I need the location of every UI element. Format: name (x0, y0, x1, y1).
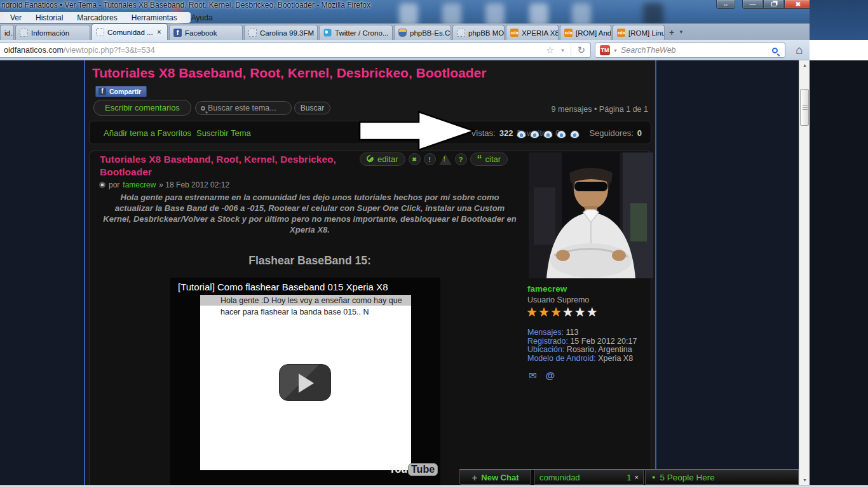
eye-icon (557, 130, 566, 139)
searchtheweb-icon[interactable]: TM (600, 45, 610, 55)
bookmark-star-icon[interactable]: ☆ (546, 44, 554, 56)
tab-phpbb-mod[interactable]: phpBB MOD » ... (452, 25, 505, 40)
tab-facebook[interactable]: f Facebook (169, 25, 243, 40)
facebook-share-button[interactable]: f Compartir (95, 86, 147, 97)
youtube-logo-you: You (389, 464, 407, 475)
chat-room-name: comunidad (539, 473, 580, 482)
warn-post-button[interactable]: ! (439, 154, 452, 165)
views-value: 322 (499, 128, 513, 138)
tab-informacion[interactable]: Información (15, 25, 90, 40)
taskbar-edge (0, 485, 868, 488)
menu-historial[interactable]: Historial (36, 13, 63, 22)
menu-marcadores[interactable]: Marcadores (77, 13, 117, 22)
search-icon (201, 106, 205, 111)
chat-close-icon[interactable]: × (635, 473, 639, 481)
tab-twitter[interactable]: Twitter / Crono... (319, 25, 393, 40)
star-icon: ★ (550, 305, 562, 319)
post-bullet-icon[interactable] (99, 182, 105, 188)
profile-rank: Usuario Supremo (527, 295, 589, 304)
page-viewport: Tutoriales X8 Baseband, Root, Kernel, De… (0, 60, 868, 485)
xda-icon: xda (617, 29, 625, 37)
edit-button[interactable]: editar (360, 152, 405, 166)
window-minimize-button[interactable]: — (742, 0, 763, 9)
subscribe-link[interactable]: Suscribir Tema (196, 128, 251, 138)
new-chat-button[interactable]: + New Chat (459, 470, 531, 485)
contact-icons: ✉ @ (529, 370, 555, 381)
search-submit-button[interactable]: Buscar (294, 102, 330, 114)
search-engine-dropdown-icon[interactable]: ▼ (613, 48, 618, 53)
menu-ver[interactable]: Ver (10, 13, 22, 22)
scrollbar-thumb[interactable] (800, 89, 809, 126)
window-restore-button[interactable] (763, 0, 784, 9)
twitter-icon (323, 29, 332, 37)
play-button[interactable] (279, 364, 331, 401)
search-icon[interactable] (772, 48, 778, 53)
star-icon: ★ (562, 305, 574, 319)
tab-partial[interactable]: id... (0, 25, 14, 40)
plus-icon: + (472, 472, 478, 483)
facebook-icon: f (98, 88, 106, 95)
section-heading: Flashear BaseBand 15: (102, 254, 518, 268)
new-tab-button[interactable]: + (666, 27, 677, 38)
chat-people-indicator[interactable]: ● 5 People Here (645, 470, 799, 485)
placeholder-favicon (248, 29, 257, 37)
topic-search-input[interactable] (208, 104, 278, 112)
thumbnail-text: Hola gente :D Hoy les voy a enseñar como… (200, 295, 411, 306)
url-bar[interactable]: oidfanaticos.com/viewtopic.php?f=3&t=534… (0, 43, 591, 58)
menu-herramientas[interactable]: Herramientas (132, 13, 177, 22)
topic-links: Añadir tema a Favoritos Suscribir Tema (104, 121, 251, 145)
resize-icon: ⇔ (722, 1, 729, 8)
xda-icon: xda (510, 29, 519, 37)
profile-username[interactable]: famecrew (527, 284, 567, 294)
report-post-button[interactable]: ! (424, 153, 436, 165)
scroll-up-icon[interactable]: ▲ (799, 60, 810, 70)
window-resize-button[interactable]: ⇔ (716, 0, 735, 9)
website-at-icon[interactable]: @ (546, 370, 555, 381)
scroll-down-icon[interactable]: ▼ (799, 475, 810, 485)
scrollbar[interactable]: ▲ ▼ (799, 60, 810, 485)
tab-rom-android[interactable]: xda [ROM] Android... (560, 25, 611, 40)
delete-post-button[interactable]: ✖ (409, 153, 421, 165)
play-icon (299, 374, 314, 393)
field-label: Mensajes: (527, 328, 564, 337)
topic-title: Tutoriales X8 Baseband, Root, Kernel, De… (92, 65, 486, 81)
favorites-stat: Favoritos: 0 (517, 127, 585, 140)
minimize-icon: — (750, 1, 756, 8)
tab-phpbb-es[interactable]: phpBB-Es.COM... (394, 25, 451, 40)
video-title[interactable]: [Tutorial] Como flashear Baseband 015 Xp… (178, 281, 388, 292)
window-close-button[interactable]: ✖ (784, 0, 810, 9)
avatar (529, 152, 653, 278)
youtube-embed[interactable]: [Tutorial] Como flashear Baseband 015 Xp… (170, 278, 440, 485)
placeholder-favicon (457, 29, 465, 37)
close-icon: ✖ (796, 1, 801, 8)
tab-carolina[interactable]: Carolina 99.3FM (244, 25, 318, 40)
youtube-logo: You Tube (389, 463, 438, 476)
tab-close-icon[interactable]: × (158, 29, 161, 36)
add-favorites-link[interactable]: Añadir tema a Favoritos (104, 128, 191, 138)
write-comments-button[interactable]: Escribir comentarios (93, 100, 191, 116)
post-title[interactable]: Tutoriales X8 Baseband, Root, Kernel, De… (100, 153, 344, 179)
share-label: Compartir (109, 88, 141, 95)
tab-comunidad-active[interactable]: Comunidad ... × (92, 24, 168, 40)
search-bar[interactable]: TM ▼ SearchTheWeb (595, 43, 785, 58)
url-dropdown-icon[interactable]: ▼ (560, 48, 566, 53)
window-title: ndroid Fanaticos • Ver Tema - Tutoriales… (1, 1, 370, 10)
list-all-tabs-button[interactable]: ▼ (679, 29, 684, 35)
reload-icon[interactable]: ↻ (571, 44, 585, 56)
navigation-bar: oidfanaticos.com/viewtopic.php?f=3&t=534… (0, 40, 810, 60)
tab-xperia-xda[interactable]: xda XPERIA X8 Andr... (506, 25, 559, 40)
menu-ayuda[interactable]: Ayuda (191, 13, 213, 22)
author-link[interactable]: famecrew (123, 180, 156, 189)
new-chat-label: New Chat (481, 473, 519, 482)
home-button[interactable]: ⌂ (790, 41, 809, 58)
chat-room-tab[interactable]: comunidad 1 × (534, 470, 644, 485)
topic-search-box[interactable] (195, 101, 292, 115)
profile-details: Mensajes: 113 Registrado: 15 Feb 2012 20… (527, 329, 637, 363)
quote-button[interactable]: “ citar (470, 152, 508, 166)
scrollbar-grip (803, 105, 808, 110)
facebook-icon: f (173, 29, 182, 37)
field-value: 15 Feb 2012 20:17 (570, 337, 637, 346)
tab-rom-linuxpe[interactable]: xda [ROM] LinuXpe... (613, 25, 665, 40)
email-icon[interactable]: ✉ (529, 370, 537, 381)
information-button[interactable]: ? (455, 153, 467, 165)
